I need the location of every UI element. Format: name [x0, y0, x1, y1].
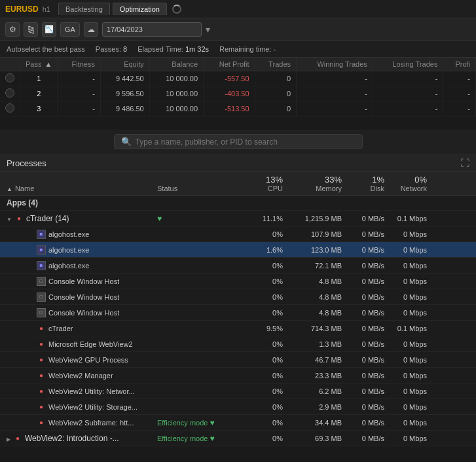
ga-button[interactable]: GA	[60, 22, 80, 37]
timeframe-label: h1	[43, 5, 50, 13]
search-input[interactable]	[136, 137, 332, 147]
col-header-netprofit[interactable]: Net Profit	[204, 58, 255, 71]
status-badge: Efficiency mode	[157, 419, 208, 427]
proc-app-icon: ●	[37, 387, 46, 396]
list-item[interactable]: ● WebView2 GPU Process 0% 46.7 MB 0 MB/s…	[0, 352, 476, 368]
proc-app-icon: □	[37, 308, 46, 317]
col-header-name[interactable]: Name	[0, 185, 157, 192]
list-item[interactable]: ● WebView2 Utility: Storage... 0% 2.9 MB…	[0, 399, 476, 415]
remaining-label: Remaining time: -	[219, 45, 276, 53]
list-item[interactable]: ● cTrader 9.5% 714.3 MB 0 MB/s 0.1 Mbps	[0, 321, 476, 336]
list-item[interactable]: ■ algohost.exe 0% 72.1 MB 0 MB/s 0 Mbps	[0, 258, 476, 274]
list-item[interactable]: ● cTrader (14) ♥ 11.1% 1,215.9 MB 0 MB/s…	[0, 211, 476, 226]
proc-name-cell: ■ algohost.exe	[0, 261, 157, 270]
col-header-memory[interactable]: 33% Memory	[288, 175, 347, 192]
list-item[interactable]: ■ algohost.exe 1.6% 123.0 MB 0 MB/s 0 Mb…	[0, 242, 476, 258]
proc-mem-value: 72.1 MB	[288, 262, 347, 270]
col-header-disk[interactable]: 1% Disk	[347, 175, 390, 192]
col-header-losing[interactable]: Losing Trades	[373, 58, 443, 71]
proc-mem-value: 1.3 MB	[288, 340, 347, 348]
proc-disk-value: 0 MB/s	[347, 309, 390, 317]
list-item[interactable]: □ Console Window Host 0% 4.8 MB 0 MB/s 0…	[0, 289, 476, 305]
sliders-icon[interactable]: ⧎	[24, 22, 38, 37]
proc-name-cell: ● cTrader	[0, 324, 157, 333]
proc-cpu-value: 0%	[242, 372, 288, 380]
list-item[interactable]: ● WebView2 Utility: Networ... 0% 6.2 MB …	[0, 383, 476, 399]
list-item[interactable]: □ Console Window Host 0% 4.8 MB 0 MB/s 0…	[0, 274, 476, 289]
col-header-pass[interactable]: Pass ▲	[20, 58, 58, 71]
proc-name-label: WebView2 Utility: Networ...	[48, 387, 135, 395]
table-row[interactable]: 2 - 9 596.50 10 000.00 -403.50 0 - - -	[0, 86, 476, 101]
proc-disk-value: 0 MB/s	[347, 372, 390, 380]
proc-disk-value: 0 MB/s	[347, 230, 390, 238]
tm-header-right: ⛶	[460, 158, 469, 168]
proc-name-label: Console Window Host	[48, 293, 119, 301]
list-item[interactable]: ■ algohost.exe 0% 107.9 MB 0 MB/s 0 Mbps	[0, 226, 476, 242]
proc-disk-value: 0 MB/s	[347, 246, 390, 254]
elapsed-label: Elapsed Time: 1m 32s	[137, 45, 209, 53]
proc-app-icon: ■	[37, 261, 46, 270]
date-input[interactable]	[102, 22, 202, 37]
search-icon: 🔍	[121, 137, 132, 147]
list-item[interactable]: □ Console Window Host 0% 4.8 MB 0 MB/s 0…	[0, 305, 476, 321]
table-row[interactable]: 1 - 9 442.50 10 000.00 -557.50 0 - - -	[0, 71, 476, 86]
col-header-fitness[interactable]: Fitness	[58, 58, 101, 71]
proc-app-icon: ●	[37, 324, 46, 333]
proc-mem-value: 107.9 MB	[288, 230, 347, 238]
list-item[interactable]: ● WebView2 Manager 0% 23.3 MB 0 MB/s 0 M…	[0, 368, 476, 383]
list-item[interactable]: ● WebView2: Introduction -... Efficiency…	[0, 431, 476, 446]
col-header-cpu[interactable]: 13% CPU	[242, 175, 288, 192]
apps-section-header: Apps (4)	[0, 196, 476, 211]
loading-spinner	[172, 5, 181, 14]
tm-expand-icon[interactable]: ⛶	[460, 158, 469, 168]
proc-name-label: algohost.exe	[48, 262, 89, 270]
proc-disk-value: 0 MB/s	[347, 403, 390, 411]
proc-disk-value: 0 MB/s	[347, 277, 390, 285]
col-header-status[interactable]: Status	[157, 185, 242, 192]
proc-name-cell: ■ algohost.exe	[0, 245, 157, 255]
tab-optimization[interactable]: Optimization	[113, 3, 167, 15]
proc-mem-value: 6.2 MB	[288, 387, 347, 395]
proc-cpu-value: 1.6%	[242, 246, 288, 254]
col-header-equity[interactable]: Equity	[100, 58, 149, 71]
proc-app-icon: ●	[14, 214, 24, 223]
list-item[interactable]: ● WebView2 Subframe: htt... Efficiency m…	[0, 415, 476, 431]
proc-disk-value: 0 MB/s	[347, 215, 390, 222]
proc-net-value: 0.1 Mbps	[390, 325, 432, 332]
proc-app-icon: ●	[13, 434, 22, 443]
list-item[interactable]: ● Microsoft Edge WebView2 0% 1.3 MB 0 MB…	[0, 336, 476, 352]
proc-disk-value: 0 MB/s	[347, 356, 390, 364]
proc-name-label: algohost.exe	[48, 246, 89, 254]
col-header-winning[interactable]: Winning Trades	[297, 58, 373, 71]
col-header-balance[interactable]: Balance	[149, 58, 203, 71]
col-header-profit[interactable]: Profi	[443, 58, 476, 71]
proc-net-value: 0 Mbps	[390, 340, 432, 348]
chevron-right-icon[interactable]	[7, 434, 10, 443]
proc-name-cell: ● WebView2 Utility: Networ...	[0, 387, 157, 396]
settings-icon[interactable]	[5, 22, 20, 37]
proc-name-label: WebView2 Manager	[48, 372, 113, 380]
table-row[interactable]: 3 - 9 486.50 10 000.00 -513.50 0 - - -	[0, 101, 476, 116]
col-header-check	[0, 58, 20, 71]
efficiency-heart-icon: ♥	[210, 434, 215, 443]
row-icon	[5, 103, 14, 113]
date-dropdown-icon[interactable]: ▾	[206, 24, 210, 35]
col-header-network[interactable]: 0% Network	[390, 175, 432, 192]
chart-icon[interactable]: 📉	[42, 22, 56, 37]
tab-backtesting[interactable]: Backtesting	[58, 3, 110, 15]
chevron-down-icon[interactable]	[7, 214, 12, 223]
col-header-trades[interactable]: Trades	[255, 58, 297, 71]
proc-name-cell: □ Console Window Host	[0, 277, 157, 286]
proc-net-value: 0 Mbps	[390, 403, 432, 411]
process-list: ● cTrader (14) ♥ 11.1% 1,215.9 MB 0 MB/s…	[0, 211, 476, 446]
proc-net-value: 0 Mbps	[390, 387, 432, 395]
cloud-icon[interactable]	[84, 22, 98, 37]
symbol-label: EURUSD	[5, 5, 39, 14]
row-icon	[5, 73, 14, 82]
proc-net-value: 0 Mbps	[390, 293, 432, 301]
proc-mem-value: 1,215.9 MB	[288, 215, 347, 222]
search-input-wrap[interactable]: 🔍	[114, 134, 363, 149]
search-bar: 🔍	[0, 130, 476, 154]
proc-app-icon: ●	[37, 371, 46, 380]
proc-app-icon: ●	[37, 355, 46, 364]
